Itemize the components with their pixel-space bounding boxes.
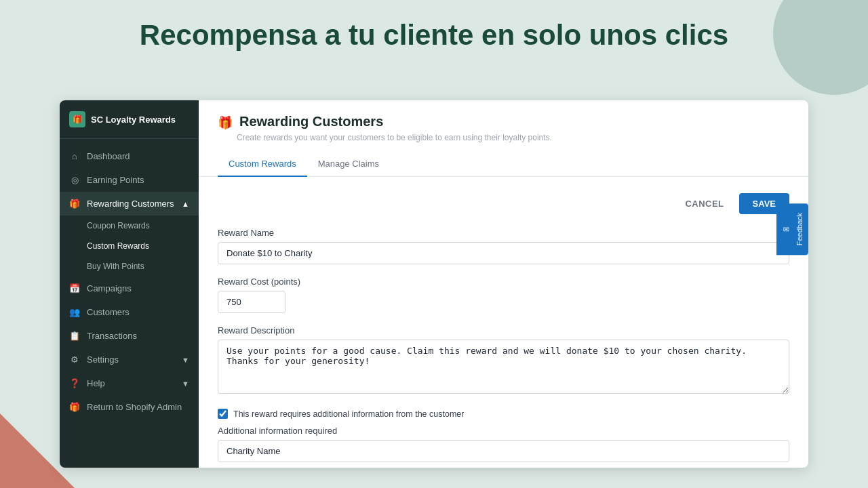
- reward-name-label: Reward Name: [218, 228, 789, 238]
- checkbox-additional-info-label: This reward requires additional informat…: [233, 409, 464, 419]
- sidebar-item-buy-with-points[interactable]: Buy With Points: [60, 256, 199, 277]
- feedback-icon: ✉: [781, 225, 790, 234]
- transactions-icon: 📋: [69, 331, 80, 341]
- chevron-up-icon: ▲: [182, 200, 189, 208]
- sidebar-item-label: Campaigns: [87, 283, 189, 293]
- sidebar-item-return-shopify[interactable]: 🎁 Return to Shopify Admin: [60, 395, 199, 419]
- hero-heading: Recompensa a tu cliente en solo unos cli…: [0, 19, 868, 52]
- chevron-down-icon: ▼: [182, 380, 189, 388]
- settings-icon: ⚙: [69, 354, 80, 365]
- campaigns-icon: 📅: [69, 283, 80, 293]
- page-header-top: 🎁 Rewarding Customers: [218, 114, 789, 130]
- hero-section: Recompensa a tu cliente en solo unos cli…: [0, 19, 868, 52]
- form-actions-row: CANCEL SAVE: [218, 193, 789, 214]
- sidebar: 🎁 SC Loyalty Rewards ⌂ Dashboard ◎ Earni…: [60, 100, 199, 468]
- sidebar-item-label: Return to Shopify Admin: [87, 402, 189, 412]
- tab-custom-rewards[interactable]: Custom Rewards: [218, 152, 307, 177]
- sidebar-item-campaigns[interactable]: 📅 Campaigns: [60, 277, 199, 300]
- tab-manage-claims[interactable]: Manage Claims: [307, 152, 390, 177]
- feedback-label: Feedback: [795, 213, 804, 245]
- form-area: CANCEL SAVE Reward Name Reward Cost (poi…: [199, 177, 808, 468]
- sidebar-item-label: Rewarding Customers: [87, 199, 175, 209]
- sidebar-item-help[interactable]: ❓ Help ▼: [60, 371, 199, 395]
- home-icon: ⌂: [69, 151, 80, 161]
- sidebar-nav: ⌂ Dashboard ◎ Earning Points 🎁 Rewarding…: [60, 139, 199, 468]
- sidebar-item-earning-points[interactable]: ◎ Earning Points: [60, 168, 199, 192]
- reward-description-group: Reward Description Use your points for a…: [218, 325, 789, 396]
- chevron-down-icon: ▼: [182, 356, 189, 364]
- reward-cost-group: Reward Cost (points): [218, 277, 789, 313]
- reward-cost-input[interactable]: [218, 291, 285, 313]
- sidebar-item-settings[interactable]: ⚙ Settings ▼: [60, 348, 199, 371]
- sidebar-item-customers[interactable]: 👥 Customers: [60, 300, 199, 324]
- page-subtitle: Create rewards you want your customers t…: [218, 133, 789, 142]
- main-content: 🎁 Rewarding Customers Create rewards you…: [199, 100, 808, 468]
- sidebar-item-transactions[interactable]: 📋 Transactions: [60, 324, 199, 348]
- sidebar-item-dashboard[interactable]: ⌂ Dashboard: [60, 144, 199, 168]
- cancel-button[interactable]: CANCEL: [677, 193, 732, 214]
- reward-name-input[interactable]: [218, 242, 789, 264]
- sidebar-item-coupon-rewards[interactable]: Coupon Rewards: [60, 216, 199, 236]
- feedback-button[interactable]: Feedback ✉: [776, 203, 808, 255]
- sidebar-item-label: Help: [87, 378, 175, 388]
- additional-info-group: Additional information required: [218, 426, 789, 462]
- reward-description-label: Reward Description: [218, 325, 789, 336]
- reward-name-group: Reward Name: [218, 228, 789, 264]
- checkbox-additional-info[interactable]: [218, 409, 228, 419]
- logo-text: SC Loyalty Rewards: [91, 115, 176, 125]
- tabs: Custom Rewards Manage Claims: [218, 152, 789, 176]
- additional-info-input[interactable]: [218, 440, 789, 462]
- page-header: 🎁 Rewarding Customers Create rewards you…: [199, 100, 808, 177]
- page-title: Rewarding Customers: [239, 114, 383, 129]
- sidebar-item-rewarding-customers[interactable]: 🎁 Rewarding Customers ▲: [60, 192, 199, 216]
- earning-points-icon: ◎: [69, 175, 80, 185]
- reward-cost-label: Reward Cost (points): [218, 277, 789, 287]
- rewarding-customers-icon: 🎁: [69, 199, 80, 209]
- sidebar-item-label: Customers: [87, 307, 189, 317]
- rewarding-customers-subitems: Coupon Rewards Custom Rewards Buy With P…: [60, 216, 199, 277]
- page-header-icon: 🎁: [218, 115, 233, 130]
- sidebar-item-label: Settings: [87, 354, 175, 365]
- customers-icon: 👥: [69, 307, 80, 317]
- app-container: 🎁 SC Loyalty Rewards ⌂ Dashboard ◎ Earni…: [60, 100, 808, 468]
- sidebar-item-label: Dashboard: [87, 151, 189, 161]
- checkbox-additional-info-row: This reward requires additional informat…: [218, 409, 789, 419]
- reward-description-textarea[interactable]: Use your points for a good cause. Claim …: [218, 340, 789, 394]
- additional-info-label: Additional information required: [218, 426, 789, 436]
- sidebar-logo: 🎁 SC Loyalty Rewards: [60, 100, 199, 139]
- sidebar-item-label: Transactions: [87, 331, 189, 341]
- sidebar-item-custom-rewards[interactable]: Custom Rewards: [60, 236, 199, 256]
- help-icon: ❓: [69, 378, 80, 388]
- return-icon: 🎁: [69, 402, 80, 412]
- sidebar-item-label: Earning Points: [87, 175, 189, 185]
- logo-icon: 🎁: [69, 111, 85, 127]
